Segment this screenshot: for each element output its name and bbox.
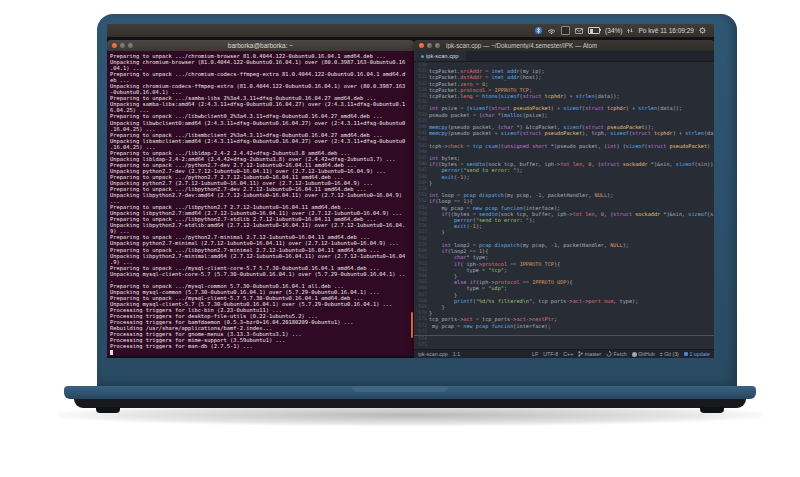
session-gear-icon[interactable] bbox=[699, 27, 706, 34]
laptop-base-notch bbox=[352, 386, 448, 392]
network-arrows-icon[interactable] bbox=[627, 27, 633, 34]
code-area[interactable]: 530 531tcpPacket.srcAddr = inet_addr(my_… bbox=[414, 62, 714, 349]
code-line: my_pcap = new_pcap_funcion(interface); bbox=[429, 323, 551, 329]
line-number: 575 bbox=[414, 342, 429, 348]
desktop-screen: (34%) Po kvě 11 16:09:29 barborka@barbor… bbox=[107, 24, 714, 358]
line-number: 573 bbox=[414, 329, 429, 335]
terminal-line: Unpacking samba-libs:amd64 (2:4.3.11+dfs… bbox=[110, 101, 411, 107]
status-github[interactable]: GitHub bbox=[632, 351, 655, 357]
bluetooth-icon[interactable] bbox=[535, 27, 542, 34]
terminal-line: Unpacking libpython2.7-stdlib:amd64 (2.7… bbox=[110, 222, 411, 228]
laptop-foot-left bbox=[96, 407, 120, 413]
code-line bbox=[429, 329, 432, 335]
terminal-line: Unpacking chromium-browser (81.0.4044.12… bbox=[110, 59, 411, 65]
tab-ipk-scan[interactable]: ipk-scan.cpp bbox=[414, 51, 466, 61]
editor-title: ipk-scan.cpp — ~/Dokumenty/4.semester/IP… bbox=[446, 42, 597, 49]
update-icon bbox=[684, 352, 688, 356]
git-diff-icon: ± bbox=[660, 351, 663, 357]
code-row: 543tcph->check = tcp_csum((unsigned shor… bbox=[414, 143, 714, 149]
terminal-line: Unpacking libsmbclient:amd64 (2:4.3.11+d… bbox=[110, 138, 411, 144]
terminal-line: Unpacking libldap-2.4-2:amd64 (2.4.42+df… bbox=[110, 156, 411, 162]
status-encoding[interactable]: UTF-8 bbox=[543, 351, 558, 357]
battery-icon[interactable] bbox=[588, 27, 600, 34]
editor-window: ipk-scan.cpp — ~/Dokumenty/4.semester/IP… bbox=[414, 40, 714, 358]
messages-icon[interactable] bbox=[575, 28, 583, 34]
code-line: tcpPacket.leng = htons(sizeof(struct tcp… bbox=[429, 93, 620, 99]
status-filename: ipk-scan.cpp bbox=[418, 351, 448, 357]
tab-bar: ipk-scan.cpp bbox=[414, 51, 714, 62]
tab-label: ipk-scan.cpp bbox=[426, 53, 459, 59]
top-panel: (34%) Po kvě 11 16:09:29 bbox=[107, 24, 714, 37]
battery-percent: (34%) bbox=[605, 27, 622, 34]
sync-icon bbox=[606, 351, 612, 357]
terminal-line: Preparing to unpack .../mysql-client-cor… bbox=[110, 265, 411, 271]
code-line: exit(-1); bbox=[429, 174, 470, 180]
status-update[interactable]: 1 update bbox=[684, 351, 710, 357]
page: (34%) Po kvě 11 16:09:29 barborka@barbor… bbox=[0, 0, 800, 477]
terminal-line: Unpacking python2.7-minimal (2.7.12-1ubu… bbox=[110, 240, 411, 246]
wifi-icon[interactable] bbox=[547, 27, 556, 34]
terminal-line: Preparing to unpack .../libwbclient0_2%3… bbox=[110, 113, 411, 119]
code-line: printf("%d/%s filtered\n", tcp_ports->ac… bbox=[429, 298, 638, 304]
code-line: tcph->check = tcp_csum((unsigned short *… bbox=[429, 143, 714, 149]
status-cursor-position[interactable]: 1:1 bbox=[453, 351, 460, 357]
terminal-window: barborka@barborka: ~ Preparing to unpack… bbox=[107, 40, 414, 356]
terminal-line: Unpacking mysql-client-core-5.7 (5.7.30-… bbox=[110, 271, 411, 277]
branch-icon bbox=[578, 351, 583, 357]
code-line: pseudo_packet = (char *)malloc(psize); bbox=[429, 112, 548, 118]
terminal-line: Preparing to unpack .../libpython2.7-min… bbox=[110, 247, 411, 253]
status-git-branch[interactable]: master bbox=[578, 351, 601, 357]
terminal-cursor bbox=[110, 350, 113, 355]
status-line-ending[interactable]: LF bbox=[532, 351, 538, 357]
terminal-output[interactable]: Preparing to unpack .../chromium-browser… bbox=[107, 51, 414, 356]
scrollbar-thumb[interactable] bbox=[411, 312, 413, 338]
terminal-line: Unpacking mysql-common (5.7.30-0ubuntu0.… bbox=[110, 289, 411, 295]
status-fetch[interactable]: Fetch bbox=[606, 351, 627, 357]
cpp-file-icon bbox=[421, 55, 424, 58]
terminal-titlebar[interactable]: barborka@barborka: ~ bbox=[107, 40, 414, 51]
status-git-changes[interactable]: ± Git (3) bbox=[660, 351, 679, 357]
minimize-button[interactable] bbox=[427, 43, 432, 48]
terminal-line: Preparing to unpack .../chromium-codecs-… bbox=[110, 71, 411, 77]
terminal-line: Unpacking libwbclient0:amd64 (2:4.3.11+d… bbox=[110, 120, 411, 126]
code-line bbox=[429, 342, 432, 348]
terminal-line bbox=[110, 349, 411, 355]
code-row: 541memcpy(pseudo_packet + sizeof(struct … bbox=[414, 130, 714, 136]
code-row: 574 bbox=[414, 335, 714, 342]
editor-titlebar[interactable]: ipk-scan.cpp — ~/Dokumenty/4.semester/IP… bbox=[414, 40, 714, 51]
laptop-foot-right bbox=[700, 407, 724, 413]
terminal-line: Preparing to unpack .../libsmbclient_2%3… bbox=[110, 132, 411, 138]
code-row: 575 bbox=[414, 342, 714, 348]
code-line: memcpy(pseudo_packet + sizeof(struct pse… bbox=[429, 130, 714, 136]
terminal-title: barborka@barborka: ~ bbox=[107, 42, 414, 49]
terminal-line: Unpacking libpython2.7-dev:amd64 (2.7.12… bbox=[110, 192, 411, 198]
laptop-base-underside bbox=[74, 399, 746, 408]
close-button[interactable] bbox=[419, 43, 424, 48]
status-grammar[interactable]: C++ bbox=[563, 351, 573, 357]
keyboard-indicator-icon[interactable] bbox=[561, 26, 570, 35]
editor-statusbar: ipk-scan.cpp 1:1 LF UTF-8 C++ master Fet… bbox=[414, 349, 714, 358]
maximize-button[interactable] bbox=[435, 43, 440, 48]
terminal-line: Unpacking libpython2.7-minimal:amd64 (2.… bbox=[110, 253, 411, 259]
github-icon bbox=[632, 352, 637, 357]
clock[interactable]: Po kvě 11 16:09:29 bbox=[638, 27, 694, 34]
